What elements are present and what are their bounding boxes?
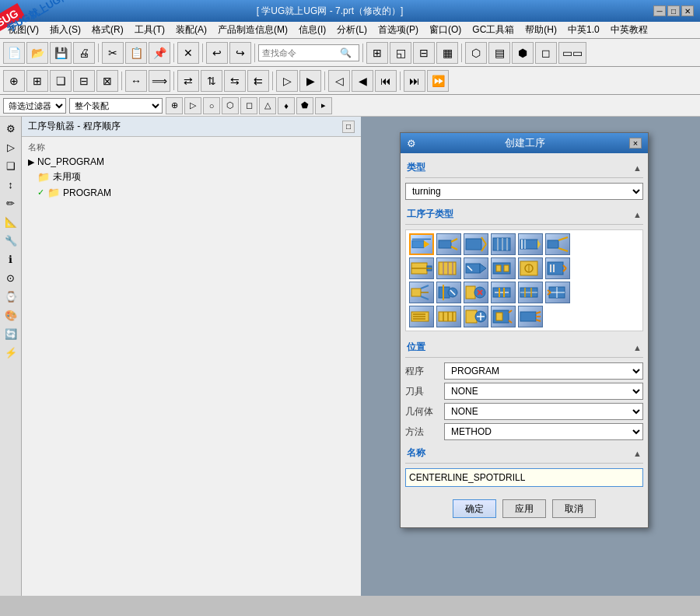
view-ctrl-8[interactable]: ⬟ [296, 97, 313, 114]
tree-item-unused[interactable]: 📁 未用项 [25, 169, 358, 185]
view-ctrl-5[interactable]: ◻ [240, 97, 257, 114]
tree-item-program[interactable]: ✓ 📁 PROGRAM [25, 185, 358, 200]
view-btn3[interactable]: ⊟ [413, 42, 435, 64]
menu-tutorial[interactable]: 中英教程 [606, 22, 653, 38]
tb2-btn18[interactable]: ⏩ [427, 70, 449, 92]
op-icon-2-2[interactable] [464, 282, 488, 303]
delete-button[interactable]: ✕ [177, 42, 199, 64]
side-icon-clock[interactable]: ⌚ [2, 288, 19, 305]
tb2-btn16[interactable]: ⏮ [375, 70, 397, 92]
op-icon-2-0[interactable] [409, 282, 434, 303]
op-icon-0-0[interactable] [409, 233, 434, 255]
op-icon-0-2[interactable] [464, 233, 488, 255]
view-ctrl-2[interactable]: ▷ [184, 97, 201, 114]
op-icon-3-0[interactable] [409, 306, 434, 327]
paste-button[interactable]: 📌 [149, 42, 170, 64]
open-button[interactable]: 📂 [26, 42, 48, 64]
op-icon-1-2[interactable] [464, 257, 488, 279]
tb2-btn14[interactable]: ◁ [328, 70, 350, 92]
tb2-btn8[interactable]: ⇄ [177, 70, 199, 92]
view-btn2[interactable]: ◱ [390, 42, 411, 64]
minimize-button[interactable]: ─ [653, 5, 666, 16]
op-icon-1-0[interactable] [409, 257, 434, 279]
tree-item-nc-program[interactable]: ▶ NC_PROGRAM [25, 155, 358, 169]
tb2-btn5[interactable]: ⊠ [96, 70, 118, 92]
side-icon-palette[interactable]: 🎨 [2, 306, 19, 324]
op-icon-0-1[interactable] [436, 233, 461, 255]
menu-window[interactable]: 窗口(O) [425, 22, 466, 38]
redo-button[interactable]: ↪ [229, 42, 251, 64]
name-input[interactable] [405, 468, 643, 487]
search-box[interactable]: 🔍 [258, 44, 359, 61]
grid-view-button[interactable]: ⊞ [366, 42, 388, 64]
side-icon-gear[interactable]: ⚙ [2, 120, 19, 137]
close-button[interactable]: ✕ [681, 5, 694, 16]
type-select[interactable]: turning [405, 183, 643, 200]
menu-pmi[interactable]: 产品制造信息(M) [213, 22, 292, 38]
save-button[interactable]: 💾 [50, 42, 72, 64]
tb2-btn4[interactable]: ⊟ [73, 70, 95, 92]
menu-cn-en1[interactable]: 中英1.0 [563, 22, 604, 38]
print-button[interactable]: 🖨 [73, 42, 95, 64]
view-ctrl-3[interactable]: ○ [203, 97, 220, 114]
tb2-btn17[interactable]: ⏭ [404, 70, 425, 92]
tool-select[interactable]: NONE [444, 383, 643, 400]
view-ctrl-4[interactable]: ⬡ [222, 97, 239, 114]
op-icon-2-4[interactable] [518, 282, 543, 303]
op-icon-1-4[interactable] [518, 257, 543, 279]
apply-button[interactable]: 应用 [502, 499, 546, 518]
menu-preferences[interactable]: 首选项(P) [373, 22, 423, 38]
menu-help[interactable]: 帮助(H) [520, 22, 562, 38]
side-icon-refresh[interactable]: 🔄 [2, 325, 19, 342]
cancel-button[interactable]: 取消 [552, 499, 596, 518]
menu-insert[interactable]: 插入(S) [45, 22, 86, 38]
tb2-btn6[interactable]: ↔ [125, 70, 147, 92]
op-icon-3-1[interactable] [436, 306, 461, 327]
side-icon-arrows[interactable]: ↕ [2, 176, 19, 193]
menu-info[interactable]: 信息(I) [294, 22, 331, 38]
more-btn3[interactable]: ⬢ [512, 42, 534, 64]
side-icon-info[interactable]: ℹ [2, 250, 19, 268]
ok-button[interactable]: 确定 [453, 499, 496, 518]
op-icon-1-3[interactable] [491, 257, 516, 279]
tb2-btn2[interactable]: ⊞ [26, 70, 48, 92]
view-ctrl-7[interactable]: ♦ [278, 97, 295, 114]
new-button[interactable]: 📄 [3, 42, 25, 64]
menu-view[interactable]: 视图(V) [3, 22, 44, 38]
side-icon-play[interactable]: ▷ [2, 138, 19, 156]
tb2-btn7[interactable]: ⟹ [149, 70, 170, 92]
op-icon-2-3[interactable] [491, 282, 516, 303]
program-select[interactable]: PROGRAM [444, 362, 643, 380]
more-btn4[interactable]: ◻ [535, 42, 557, 64]
tb2-btn1[interactable]: ⊕ [3, 70, 25, 92]
tb2-btn10[interactable]: ⇆ [224, 70, 246, 92]
side-icon-edit[interactable]: ✏ [2, 194, 19, 212]
menu-assembly[interactable]: 装配(A) [171, 22, 212, 38]
side-icon-circle[interactable]: ⊙ [2, 269, 19, 286]
more-btn1[interactable]: ⬡ [465, 42, 487, 64]
undo-button[interactable]: ↩ [206, 42, 228, 64]
op-icon-0-3[interactable] [491, 233, 516, 255]
search-input[interactable] [262, 48, 340, 58]
more-btn2[interactable]: ▤ [488, 42, 510, 64]
op-icon-1-1[interactable] [436, 257, 461, 279]
copy-button[interactable]: 📋 [125, 42, 147, 64]
nav-expand-button[interactable]: □ [342, 121, 355, 133]
tb2-btn9[interactable]: ⇅ [201, 70, 222, 92]
maximize-button[interactable]: □ [667, 5, 680, 16]
menu-format[interactable]: 格式(R) [87, 22, 128, 38]
op-icon-2-1[interactable] [436, 282, 461, 303]
op-icon-0-4[interactable] [518, 233, 543, 255]
view-ctrl-1[interactable]: ⊕ [166, 97, 183, 114]
filter-select[interactable]: 筛选过滤器 [3, 98, 66, 114]
tb2-btn11[interactable]: ⇇ [247, 70, 269, 92]
view-ctrl-6[interactable]: △ [259, 97, 276, 114]
op-icon-2-5[interactable] [545, 282, 570, 303]
op-icon-1-5[interactable] [545, 257, 570, 279]
tb2-btn15[interactable]: ◀ [352, 70, 373, 92]
side-icon-bolt[interactable]: ⚡ [2, 344, 19, 361]
menu-tools[interactable]: 工具(T) [130, 22, 170, 38]
op-icon-3-2[interactable] [464, 306, 488, 327]
method-select[interactable]: METHOD [444, 423, 643, 440]
side-icon-layers[interactable]: ❑ [2, 157, 19, 174]
